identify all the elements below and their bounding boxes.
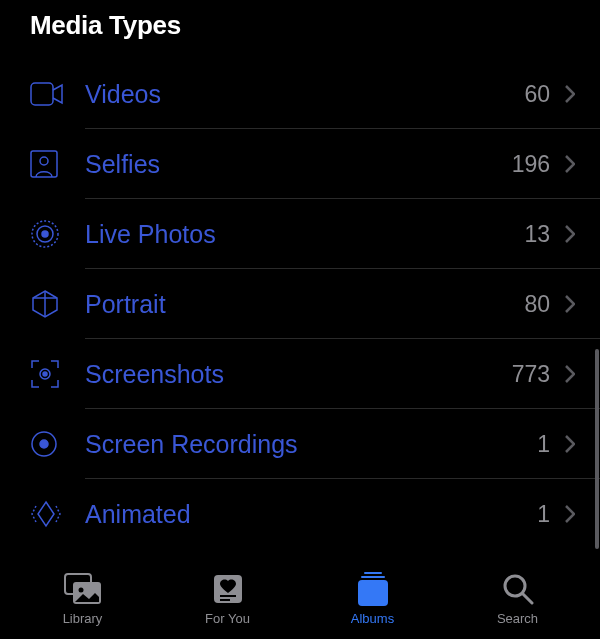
row-screenshots[interactable]: Screenshots 773 <box>0 339 600 409</box>
svg-point-9 <box>40 440 48 448</box>
row-count: 773 <box>512 361 550 388</box>
tab-bar: Library For You Albums Search <box>0 557 600 639</box>
row-label: Portrait <box>85 290 524 319</box>
chevron-right-icon <box>558 505 582 523</box>
scrollbar[interactable] <box>595 349 599 549</box>
row-count: 1 <box>537 431 550 458</box>
section-header: Media Types <box>0 0 600 59</box>
row-label: Selfies <box>85 150 512 179</box>
tab-library[interactable]: Library <box>10 571 155 626</box>
chevron-right-icon <box>558 155 582 173</box>
row-count: 196 <box>512 151 550 178</box>
row-portrait[interactable]: Portrait 80 <box>0 269 600 339</box>
tab-foryou[interactable]: For You <box>155 571 300 626</box>
recording-icon <box>30 430 85 458</box>
row-label: Animated <box>85 500 537 529</box>
svg-rect-18 <box>358 580 388 606</box>
row-livephotos[interactable]: Live Photos 13 <box>0 199 600 269</box>
row-screen-recordings[interactable]: Screen Recordings 1 <box>0 409 600 479</box>
row-count: 1 <box>537 501 550 528</box>
chevron-right-icon <box>558 365 582 383</box>
svg-rect-0 <box>31 83 53 105</box>
row-animated[interactable]: Animated 1 <box>0 479 600 549</box>
chevron-right-icon <box>558 85 582 103</box>
video-icon <box>30 82 85 106</box>
row-count: 80 <box>524 291 550 318</box>
media-types-list: Videos 60 Selfies 196 Live Photos 13 Por… <box>0 59 600 549</box>
row-count: 60 <box>524 81 550 108</box>
library-icon <box>63 571 103 607</box>
chevron-right-icon <box>558 435 582 453</box>
foryou-icon <box>212 571 244 607</box>
svg-rect-1 <box>31 151 57 177</box>
chevron-right-icon <box>558 295 582 313</box>
svg-point-2 <box>40 157 48 165</box>
tab-label: Search <box>497 611 538 626</box>
row-label: Screenshots <box>85 360 512 389</box>
section-title: Media Types <box>30 10 570 41</box>
portrait-icon <box>30 289 85 319</box>
row-count: 13 <box>524 221 550 248</box>
selfie-icon <box>30 150 85 178</box>
albums-icon <box>356 571 390 607</box>
svg-rect-15 <box>220 599 230 601</box>
tab-search[interactable]: Search <box>445 571 590 626</box>
svg-rect-14 <box>220 595 236 597</box>
svg-point-5 <box>42 231 48 237</box>
screenshot-icon <box>30 359 85 389</box>
row-label: Screen Recordings <box>85 430 537 459</box>
svg-point-7 <box>43 372 47 376</box>
tab-albums[interactable]: Albums <box>300 571 445 626</box>
search-icon <box>502 571 534 607</box>
svg-point-12 <box>78 587 83 592</box>
svg-rect-17 <box>361 576 385 578</box>
row-label: Videos <box>85 80 524 109</box>
livephoto-icon <box>30 219 85 249</box>
row-videos[interactable]: Videos 60 <box>0 59 600 129</box>
row-label: Live Photos <box>85 220 524 249</box>
animated-icon <box>30 500 85 528</box>
tab-label: For You <box>205 611 250 626</box>
tab-label: Library <box>63 611 103 626</box>
row-selfies[interactable]: Selfies 196 <box>0 129 600 199</box>
tab-label: Albums <box>351 611 394 626</box>
svg-rect-16 <box>364 572 382 574</box>
chevron-right-icon <box>558 225 582 243</box>
